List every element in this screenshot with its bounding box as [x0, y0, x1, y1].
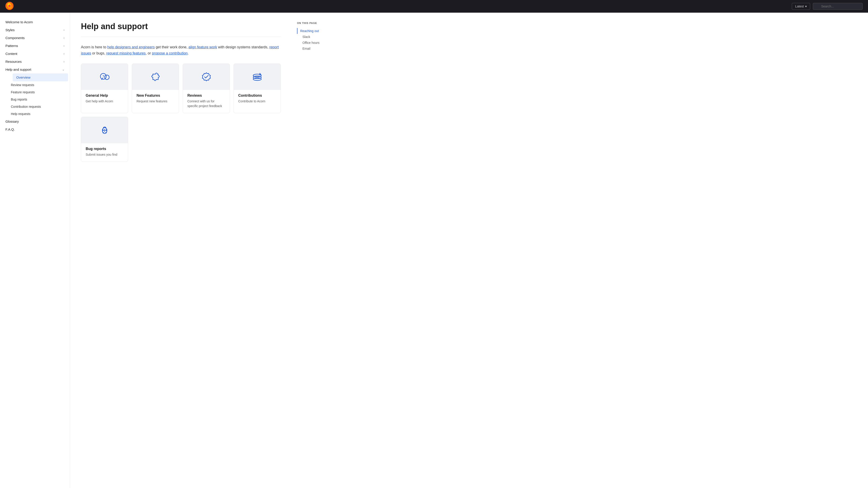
sidebar: Welcome to Acorn Styles › Components › P… — [0, 13, 70, 488]
chevron-icon: › — [64, 44, 64, 47]
sidebar-sub-item-feature-requests[interactable]: Feature requests — [11, 89, 70, 96]
card-body-general-help: General Help Get help with Acorn — [81, 90, 128, 108]
logo[interactable] — [5, 2, 13, 11]
puzzle-icon — [150, 71, 161, 83]
latest-button[interactable]: Latest ▾ — [792, 3, 810, 10]
chat-icon: ? — [99, 71, 111, 83]
card-bug-reports[interactable]: Bug reports Submit issues you find — [81, 117, 128, 162]
card-icon-reviews — [183, 64, 230, 90]
svg-point-3 — [8, 5, 11, 7]
card-desc-bug-reports: Submit issues you find — [86, 152, 123, 157]
sidebar-item-components[interactable]: Components › — [0, 34, 70, 42]
sidebar-sub-item-help-requests[interactable]: Help requests — [11, 110, 70, 118]
svg-point-5 — [105, 75, 109, 79]
topbar-right: Latest ▾ 🔍 — [792, 3, 863, 10]
chevron-icon: › — [64, 29, 64, 32]
card-title-bug-reports: Bug reports — [86, 147, 123, 151]
badge-check-icon — [200, 71, 212, 83]
toc-item-office-hours[interactable]: Office hours — [297, 40, 336, 46]
link-align-feature[interactable]: align feature work — [188, 45, 217, 49]
card-icon-general-help: ? — [81, 64, 128, 90]
table-of-contents: ON THIS PAGE Reaching out Slack Office h… — [291, 13, 341, 488]
card-desc-contributions: Contribute to Acorn — [238, 99, 276, 104]
sidebar-sub-item-bug-reports[interactable]: Bug reports — [11, 96, 70, 103]
toc-item-email[interactable]: Email — [297, 46, 336, 52]
link-request-features[interactable]: request missing features — [106, 51, 146, 55]
sidebar-item-styles[interactable]: Styles › — [0, 26, 70, 34]
card-icon-contributions — [234, 64, 281, 90]
card-title-contributions: Contributions — [238, 94, 276, 98]
card-desc-general-help: Get help with Acorn — [86, 99, 123, 104]
topbar: Latest ▾ 🔍 — [0, 0, 868, 13]
sidebar-sub-item-contribution-requests[interactable]: Contribution requests — [11, 103, 70, 110]
svg-text:?: ? — [103, 75, 104, 78]
sidebar-item-resources[interactable]: Resources › — [0, 58, 70, 66]
card-icon-bug-reports — [81, 117, 128, 143]
latest-label: Latest — [795, 4, 804, 8]
card-new-features[interactable]: New Features Request new features — [132, 64, 179, 113]
card-reviews[interactable]: Reviews Connect with us for specific pro… — [183, 64, 230, 113]
search-input[interactable] — [813, 3, 863, 10]
toc-item-reaching-out[interactable]: Reaching out — [297, 28, 336, 34]
card-desc-new-features: Request new features — [136, 99, 174, 104]
toc-item-slack[interactable]: Slack — [297, 34, 336, 40]
chevron-icon: › — [64, 52, 64, 55]
card-general-help[interactable]: ? General Help Get help with Acorn — [81, 64, 128, 113]
card-body-new-features: New Features Request new features — [132, 90, 179, 108]
card-title-general-help: General Help — [86, 94, 123, 98]
sidebar-item-help-support[interactable]: Help and support ⌄ — [0, 66, 70, 73]
sidebar-sub-item-review-requests[interactable]: Review requests — [11, 81, 70, 89]
chevron-icon: › — [64, 36, 64, 39]
cards-grid-bottom: Bug reports Submit issues you find — [81, 117, 281, 162]
card-body-contributions: Contributions Contribute to Acorn — [234, 90, 281, 108]
link-propose-contribution[interactable]: propose a contribution — [152, 51, 188, 55]
latest-chevron: ▾ — [805, 4, 807, 8]
cards-grid-top: ? General Help Get help with Acorn New F… — [81, 64, 281, 113]
card-title-new-features: New Features — [136, 94, 174, 98]
sidebar-sub-help: Overview Review requests Feature request… — [0, 73, 70, 118]
toc-heading: ON THIS PAGE — [297, 22, 336, 24]
search-wrapper: 🔍 — [813, 3, 863, 10]
card-desc-reviews: Connect with us for specific project fee… — [187, 99, 225, 108]
sidebar-item-faq[interactable]: F.A.Q. — [0, 125, 70, 133]
card-body-bug-reports: Bug reports Submit issues you find — [81, 143, 128, 162]
card-contributions[interactable]: Contributions Contribute to Acorn — [234, 64, 281, 113]
card-title-reviews: Reviews — [187, 94, 225, 98]
sidebar-item-glossary[interactable]: Glossary — [0, 118, 70, 125]
chevron-icon: › — [64, 60, 64, 63]
link-help-designers[interactable]: help designers and engineers — [107, 45, 155, 49]
card-icon-new-features — [132, 64, 179, 90]
card-body-reviews: Reviews Connect with us for specific pro… — [183, 90, 230, 113]
main-content: Help and support Acorn is here to help d… — [70, 13, 291, 488]
sidebar-item-patterns[interactable]: Patterns › — [0, 42, 70, 50]
sidebar-item-content[interactable]: Content › — [0, 50, 70, 58]
layout: Welcome to Acorn Styles › Components › P… — [0, 13, 868, 488]
layers-add-icon — [251, 71, 263, 83]
intro-paragraph: Acorn is here to help designers and engi… — [81, 44, 281, 56]
bug-icon — [99, 124, 111, 136]
page-title: Help and support — [81, 22, 281, 37]
chevron-down-icon: ⌄ — [62, 68, 64, 71]
sidebar-sub-item-overview[interactable]: Overview — [13, 73, 68, 81]
sidebar-item-welcome[interactable]: Welcome to Acorn — [0, 18, 70, 26]
